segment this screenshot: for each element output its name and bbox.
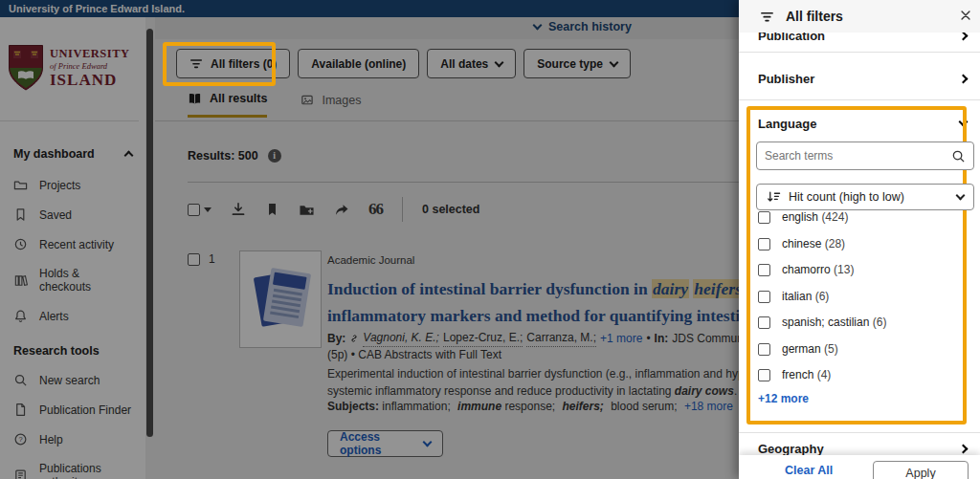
checkbox[interactable] bbox=[758, 264, 770, 276]
logo-line-3: ISLAND bbox=[50, 72, 130, 88]
source-type-dropdown[interactable]: Source type bbox=[523, 49, 631, 78]
add-to-project-button[interactable] bbox=[299, 203, 315, 217]
sidebar-item-label: Alerts bbox=[39, 310, 69, 323]
more-authors-link[interactable]: +1 more bbox=[600, 331, 642, 347]
sidebar-item-alerts[interactable]: Alerts bbox=[0, 301, 145, 331]
checkbox[interactable] bbox=[758, 291, 770, 303]
checkbox[interactable] bbox=[758, 211, 770, 224]
subject-link[interactable]: inflammation; bbox=[382, 400, 450, 413]
open-book-icon bbox=[188, 92, 202, 105]
tab-images-label: Images bbox=[322, 94, 361, 107]
filter-chips-row: All filters (0) Available (online) All d… bbox=[176, 49, 631, 78]
sidebar-scrollbar[interactable] bbox=[145, 17, 155, 479]
result-title-link[interactable]: Induction of intestinal barrier dysfunct… bbox=[327, 275, 739, 329]
sidebar: UNIVERSITY of Prince Edward ISLAND My da… bbox=[0, 17, 145, 479]
all-filters-button[interactable]: All filters (0) bbox=[176, 49, 290, 78]
language-search-field[interactable] bbox=[756, 142, 974, 170]
sidebar-item-recent-activity[interactable]: Recent activity bbox=[0, 229, 145, 259]
apply-button[interactable]: Apply bbox=[873, 461, 969, 479]
save-bookmark-button[interactable] bbox=[265, 202, 279, 217]
close-icon[interactable] bbox=[959, 9, 972, 22]
scrollbar-thumb[interactable] bbox=[146, 29, 153, 437]
share-button[interactable] bbox=[334, 203, 349, 217]
sidebar-item-new-search[interactable]: New search bbox=[0, 365, 145, 395]
section-geography-label: Geography bbox=[758, 442, 824, 456]
logo-line-1: UNIVERSITY bbox=[50, 48, 130, 60]
more-subjects-link[interactable]: +18 more bbox=[684, 400, 733, 413]
author-link[interactable]: Vagnoni, K. E.; bbox=[363, 330, 439, 347]
language-option[interactable]: chamorro (13) bbox=[758, 263, 854, 276]
subject-link[interactable]: immune response; bbox=[457, 400, 555, 413]
cite-quote-button[interactable]: 66 bbox=[368, 200, 383, 219]
result-thumbnail[interactable] bbox=[239, 250, 322, 348]
sidebar-item-label: Publications authority bbox=[39, 462, 132, 479]
chevron-right-icon bbox=[959, 74, 969, 83]
language-option[interactable]: english (424) bbox=[758, 210, 848, 224]
language-option[interactable]: chinese (28) bbox=[758, 237, 845, 250]
section-language-label: Language bbox=[758, 117, 816, 131]
author-link[interactable]: Lopez-Cruz, E.; bbox=[443, 330, 523, 347]
author-link[interactable]: Carranza, M.; bbox=[526, 330, 596, 347]
source-type-label: Source type bbox=[537, 57, 603, 71]
checkbox[interactable] bbox=[758, 238, 770, 250]
language-option[interactable]: italian (6) bbox=[758, 290, 829, 303]
all-filters-panel: All filters Publication Publisher Langua… bbox=[739, 0, 980, 479]
info-icon[interactable]: i bbox=[268, 149, 281, 163]
search-history-toggle[interactable]: Search history bbox=[534, 20, 632, 33]
section-publisher[interactable]: Publisher bbox=[739, 65, 980, 92]
checkbox[interactable] bbox=[758, 343, 770, 356]
sidebar-item-projects[interactable]: Projects bbox=[0, 170, 145, 200]
access-options-button[interactable]: Access options bbox=[327, 430, 443, 457]
language-option[interactable]: french (4) bbox=[758, 368, 831, 381]
institution-title: University of Prince Edward Island. bbox=[9, 3, 185, 14]
results-divider bbox=[188, 182, 739, 183]
document-art-front bbox=[263, 268, 311, 327]
subject-link[interactable]: heifers; bbox=[562, 400, 603, 413]
clear-all-link[interactable]: Clear All bbox=[785, 464, 833, 477]
checkbox[interactable] bbox=[758, 316, 770, 329]
search-icon[interactable] bbox=[951, 149, 966, 163]
sidebar-item-publication-finder[interactable]: Publication Finder bbox=[0, 395, 145, 425]
language-sort-dropdown[interactable]: Hit count (high to low) bbox=[756, 184, 974, 210]
available-online-button[interactable]: Available (online) bbox=[298, 49, 419, 78]
tab-all-results[interactable]: All results bbox=[188, 92, 267, 118]
caret-down-icon[interactable] bbox=[204, 207, 212, 212]
chevron-down-icon bbox=[533, 21, 543, 31]
tab-images[interactable]: Images bbox=[300, 92, 361, 118]
my-dashboard-header[interactable]: My dashboard bbox=[0, 140, 145, 170]
authority-catalog-icon bbox=[13, 468, 28, 479]
sidebar-item-label: Help bbox=[39, 433, 63, 446]
language-search-input[interactable] bbox=[757, 149, 951, 163]
checkbox[interactable] bbox=[758, 369, 770, 381]
subject-link[interactable]: blood serum; bbox=[611, 400, 677, 413]
chevron-down-icon bbox=[495, 57, 504, 67]
more-languages-link[interactable]: +12 more bbox=[758, 392, 809, 405]
language-option[interactable]: german (5) bbox=[758, 342, 838, 356]
chevron-down-icon bbox=[423, 438, 433, 447]
upei-logo[interactable]: UNIVERSITY of Prince Edward ISLAND bbox=[8, 44, 130, 92]
result-checkbox[interactable] bbox=[188, 253, 200, 266]
sidebar-item-help[interactable]: ? Help bbox=[0, 425, 145, 454]
panel-title: All filters bbox=[786, 9, 843, 24]
all-dates-label: All dates bbox=[440, 57, 488, 71]
language-option[interactable]: spanish; castilian (6) bbox=[758, 316, 886, 329]
sidebar-item-saved[interactable]: Saved bbox=[0, 200, 145, 229]
result-abstract: Experimental induction of intestinal bar… bbox=[327, 365, 739, 400]
result-index: 1 bbox=[209, 252, 215, 266]
result-type: Academic Journal bbox=[327, 254, 414, 266]
section-language[interactable]: Language bbox=[739, 113, 980, 134]
in-label: In: bbox=[655, 331, 669, 347]
sidebar-item-publications-authority[interactable]: Publications authority bbox=[0, 454, 145, 479]
checkbox-icon[interactable] bbox=[188, 204, 200, 216]
history-clock-icon bbox=[13, 237, 28, 251]
selected-count: 0 selected bbox=[422, 203, 479, 216]
all-dates-dropdown[interactable]: All dates bbox=[427, 49, 516, 78]
images-icon bbox=[300, 94, 314, 107]
sidebar-item-label: New search bbox=[39, 374, 100, 387]
upei-logo-text: UNIVERSITY of Prince Edward ISLAND bbox=[50, 48, 130, 88]
sidebar-item-holds-checkouts[interactable]: Holds & checkouts bbox=[0, 259, 145, 301]
select-all-checkbox[interactable] bbox=[188, 204, 212, 216]
access-options-label: Access options bbox=[340, 430, 424, 457]
download-button[interactable] bbox=[231, 202, 246, 217]
available-online-label: Available (online) bbox=[311, 57, 406, 71]
